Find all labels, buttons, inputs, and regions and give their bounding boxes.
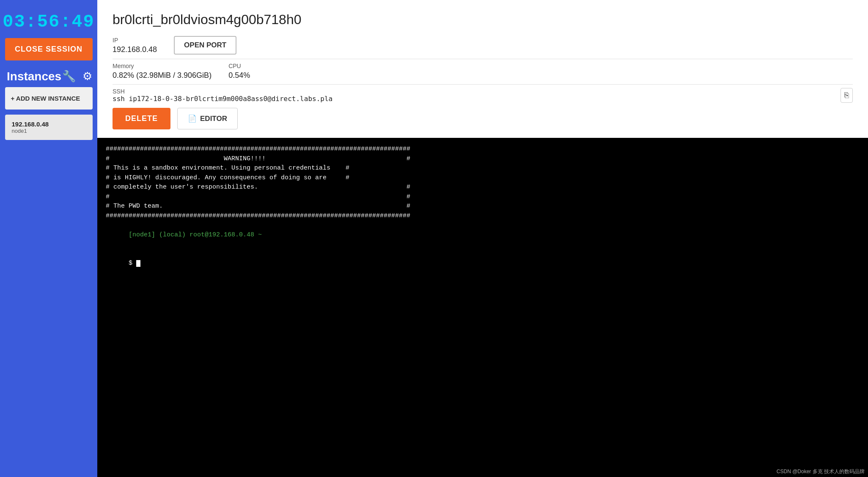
copy-icon: ⎘ <box>844 91 849 99</box>
instances-title: Instances <box>7 70 61 83</box>
terminal-line-8: ########################################… <box>106 211 860 221</box>
ssh-value: ssh ip172-18-0-38-br0lcrtim9m000a8ass0@d… <box>113 95 358 103</box>
gear-icon-button[interactable]: ⚙ <box>82 69 93 84</box>
ip-value: 192.168.0.48 <box>113 45 157 54</box>
editor-button[interactable]: 📄 EDITOR <box>177 108 238 129</box>
terminal-line-1: ########################################… <box>106 145 860 154</box>
ip-label: IP <box>113 37 157 44</box>
open-port-button[interactable]: OPEN PORT <box>174 36 236 55</box>
terminal-dollar: $ <box>129 260 136 267</box>
divider-2 <box>113 84 853 85</box>
terminal-line-5: # completely the user's responsibilites.… <box>106 183 860 192</box>
close-session-button[interactable]: CLOSE SESSION <box>5 38 93 60</box>
instance-title: br0lcrti_br0ldviosm4g00b718h0 <box>113 12 853 27</box>
resource-row: Memory 0.82% (32.98MiB / 3.906GiB) CPU 0… <box>113 63 853 80</box>
wrench-icon-button[interactable]: 🔧 <box>61 69 77 84</box>
instances-toolbar: 🔧 ⚙ <box>61 69 93 84</box>
action-row: DELETE 📄 EDITOR <box>113 108 853 129</box>
info-panel: br0lcrti_br0ldviosm4g00b718h0 IP 192.168… <box>97 0 868 138</box>
terminal-prompt-line: [node1] (local) root@192.168.0.48 ~ <box>106 221 860 249</box>
editor-label: EDITOR <box>200 115 227 123</box>
ip-open-row: IP 192.168.0.48 OPEN PORT <box>113 36 853 55</box>
instance-list-item[interactable]: 192.168.0.48 node1 <box>5 115 93 140</box>
terminal-line-2: # WARNING!!!! # <box>106 154 860 164</box>
terminal-node: [node1] (local) root@192.168.0.48 ~ <box>129 231 262 238</box>
terminal-line-4: # is HIGHLY! discouraged. Any consequenc… <box>106 173 860 183</box>
watermark: CSDN @Doker 多克 技术人的数码品牌 <box>777 468 865 475</box>
cpu-value: 0.54% <box>228 71 250 80</box>
add-instance-button[interactable]: + ADD NEW INSTANCE <box>5 87 93 110</box>
instance-ip: 192.168.0.48 <box>12 121 86 128</box>
instance-name: node1 <box>12 128 86 134</box>
ssh-row: SSH ssh ip172-18-0-38-br0lcrtim9m000a8as… <box>113 88 853 103</box>
sidebar: 03:56:49 CLOSE SESSION Instances 🔧 ⚙ + A… <box>0 0 97 477</box>
main-panel: br0lcrti_br0ldviosm4g00b718h0 IP 192.168… <box>97 0 868 477</box>
timer: 03:56:49 <box>3 4 95 38</box>
cpu-block: CPU 0.54% <box>228 63 250 80</box>
delete-button[interactable]: DELETE <box>113 108 170 129</box>
memory-block: Memory 0.82% (32.98MiB / 3.906GiB) <box>113 63 212 80</box>
terminal-line-3: # This is a sandbox environment. Using p… <box>106 164 860 173</box>
terminal-cursor <box>136 260 140 267</box>
ssh-block: SSH ssh ip172-18-0-38-br0lcrtim9m000a8as… <box>113 88 835 103</box>
instances-header: Instances 🔧 ⚙ <box>0 65 97 87</box>
terminal-line-6: # # <box>106 192 860 202</box>
divider-1 <box>113 59 853 59</box>
cpu-label: CPU <box>228 63 250 69</box>
terminal[interactable]: ########################################… <box>97 138 868 477</box>
ip-block: IP 192.168.0.48 <box>113 37 157 54</box>
terminal-line-7: # The PWD team. # <box>106 202 860 211</box>
ssh-label: SSH <box>113 88 835 95</box>
copy-ssh-button[interactable]: ⎘ <box>841 88 853 103</box>
terminal-input-line: $ <box>106 249 860 278</box>
file-icon: 📄 <box>188 114 197 123</box>
memory-value: 0.82% (32.98MiB / 3.906GiB) <box>113 71 212 80</box>
memory-label: Memory <box>113 63 212 69</box>
